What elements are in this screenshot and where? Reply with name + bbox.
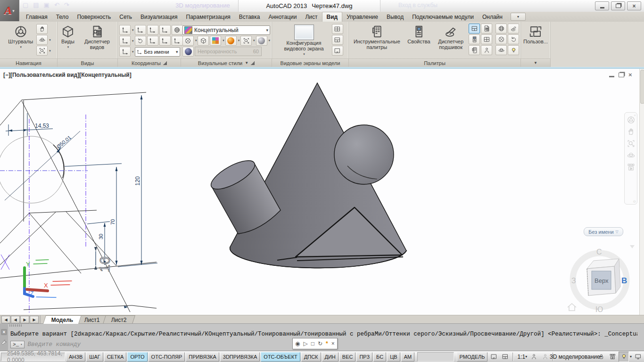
toggle-din[interactable]: ДИН bbox=[322, 352, 339, 362]
ucs-x-dropdown-icon[interactable]: ▾ bbox=[132, 39, 134, 43]
command-input-placeholder[interactable]: Введите команду bbox=[27, 341, 81, 348]
viewcube-menu-arrow-icon[interactable] bbox=[630, 245, 635, 248]
toggle-anzv[interactable]: АНЗВ bbox=[66, 352, 85, 362]
qat-redo-icon[interactable]: ↷ bbox=[64, 1, 69, 8]
tab-vstavka[interactable]: Вставка bbox=[235, 12, 264, 22]
materials-browser-button[interactable] bbox=[495, 24, 507, 33]
ucs-origin-button[interactable] bbox=[147, 36, 158, 46]
ucs-name-combo[interactable]: Без имени ▾ bbox=[135, 47, 180, 57]
user-interface-button[interactable]: Пользов... bbox=[521, 23, 550, 45]
command-prompt-chip[interactable]: >_ ▾ bbox=[10, 341, 25, 348]
toggle-privyazka[interactable]: ПРИВЯЗКА bbox=[186, 352, 219, 362]
qat-undo-icon[interactable]: ↶ bbox=[54, 1, 59, 8]
ucs-previous-button[interactable] bbox=[135, 36, 146, 46]
tab-set[interactable]: Сеть bbox=[115, 12, 136, 22]
panel-navigation-footer[interactable]: Навигация bbox=[0, 58, 57, 67]
status-menu-arrow-icon[interactable]: ▾ bbox=[630, 354, 632, 359]
viewcube-west[interactable]: З bbox=[571, 277, 576, 285]
quick-access-toolbar[interactable]: ▢ ▤ ▣ ↶ ↷ bbox=[23, 1, 69, 8]
toggle-shag[interactable]: ШАГ bbox=[86, 352, 103, 362]
qat-open-icon[interactable]: ▤ bbox=[33, 1, 39, 8]
toggle-ots-polyar[interactable]: ОТС-ПОЛЯР bbox=[149, 352, 185, 362]
ucs-settings-button[interactable] bbox=[159, 25, 171, 35]
orbit-button[interactable] bbox=[36, 35, 48, 45]
ucs-icon-show-button[interactable] bbox=[119, 25, 131, 35]
toggle-orto[interactable]: ОРТО bbox=[127, 352, 147, 362]
tab-vid[interactable]: Вид bbox=[322, 12, 343, 22]
tab-annotatsii[interactable]: Аннотации bbox=[264, 12, 301, 22]
ucs-view-dropdown-icon[interactable]: ▾ bbox=[132, 50, 134, 54]
xray-button[interactable] bbox=[240, 36, 252, 46]
toggle-bs[interactable]: БС bbox=[373, 352, 386, 362]
zoom-extents-button[interactable] bbox=[36, 46, 48, 56]
record-icon[interactable]: ◉ bbox=[295, 340, 300, 347]
first-tab-button[interactable]: ◀ bbox=[1, 316, 10, 323]
panel-expand-icon[interactable]: ▼ bbox=[245, 61, 248, 65]
wireframe-style-button[interactable] bbox=[182, 36, 194, 46]
annotation-scale-button[interactable]: 1:1 ▾ bbox=[515, 352, 528, 362]
3d-model[interactable] bbox=[207, 83, 406, 268]
viewcube-top-label[interactable]: Верх bbox=[594, 277, 609, 284]
panel-coordinates-footer[interactable]: Координаты bbox=[118, 58, 181, 67]
panel-palettes-footer[interactable]: Палитры bbox=[349, 58, 520, 67]
visual-style-combo[interactable]: Концептуальный ▾ bbox=[182, 25, 270, 35]
viewcube-named-view-pill[interactable]: Без имени ▽ bbox=[584, 227, 623, 236]
ucs-named-button[interactable] bbox=[135, 25, 146, 35]
viewport-join-button[interactable] bbox=[332, 35, 343, 45]
panel-user-interface-footer[interactable]: ▼ bbox=[521, 58, 550, 67]
properties-button[interactable]: Свойства bbox=[405, 23, 433, 45]
viewcube-home-icon[interactable] bbox=[568, 304, 576, 311]
markup-button[interactable] bbox=[469, 34, 480, 44]
viewcube-east[interactable]: В bbox=[621, 276, 627, 285]
material-button[interactable] bbox=[256, 36, 267, 46]
fc-drop-icon[interactable]: ▾ bbox=[223, 39, 224, 42]
navigation-bar[interactable]: × ⊖ bbox=[624, 112, 637, 205]
isolate-objects-button[interactable] bbox=[619, 352, 629, 362]
autoscale-button[interactable] bbox=[540, 352, 550, 362]
lights-palette-button[interactable] bbox=[508, 34, 519, 44]
command-wrench-icon[interactable] bbox=[0, 339, 8, 346]
viewport-restore-icon[interactable] bbox=[619, 73, 624, 77]
designcenter-button[interactable] bbox=[481, 45, 492, 55]
viewcube[interactable]: С В Ю З Верх bbox=[568, 245, 635, 313]
stop-icon[interactable]: □ bbox=[311, 340, 314, 347]
sh-drop-icon[interactable]: ▾ bbox=[238, 39, 240, 42]
toggle-am[interactable]: АМ bbox=[401, 352, 415, 362]
signin-link[interactable]: Вход в службы bbox=[398, 2, 438, 8]
navbar-showmotion-icon[interactable] bbox=[627, 163, 636, 172]
viewcube-north[interactable]: С bbox=[596, 248, 602, 256]
navbar-zoom-icon[interactable] bbox=[627, 139, 636, 148]
prev-tab-button[interactable]: ◀ bbox=[11, 316, 20, 323]
loop-icon[interactable]: ↻ bbox=[318, 340, 322, 347]
qat-save-icon[interactable]: ▣ bbox=[44, 1, 50, 8]
restore-button[interactable] bbox=[611, 1, 625, 10]
panel-launcher-icon[interactable] bbox=[251, 61, 255, 65]
tool-palettes-button[interactable]: Инструментальные палитры bbox=[350, 23, 404, 50]
next-tab-button[interactable]: ▶ bbox=[20, 316, 29, 323]
render-palette-button[interactable] bbox=[495, 34, 507, 44]
face-color-button[interactable] bbox=[210, 36, 221, 46]
ribbon-collapse-button[interactable]: ▾ bbox=[511, 13, 526, 21]
ucs-view-button[interactable] bbox=[119, 47, 131, 57]
toggle-tsv[interactable]: ЦВ bbox=[387, 352, 400, 362]
sheetset-manager-button[interactable]: Диспетчер подшивок bbox=[434, 23, 467, 50]
ucs-show-dropdown-icon[interactable]: ▾ bbox=[132, 28, 134, 32]
play-icon[interactable]: ▷ bbox=[303, 340, 307, 347]
opacity-toggle-button[interactable] bbox=[182, 47, 194, 57]
views-button[interactable]: Виды ▾ bbox=[59, 23, 77, 50]
app-menu-button[interactable]: A ▾ bbox=[0, 0, 19, 21]
visual-styles-palette-button[interactable] bbox=[508, 24, 519, 33]
toggle-setka[interactable]: СЕТКА bbox=[104, 352, 127, 362]
panel-views-footer[interactable]: Виды bbox=[58, 58, 117, 67]
toolbar-lock-button[interactable] bbox=[596, 352, 606, 362]
toggle-prz[interactable]: ПРЗ bbox=[356, 352, 372, 362]
shading-button[interactable] bbox=[225, 36, 237, 46]
navbar-collapse-icon[interactable]: ⊖ bbox=[633, 199, 636, 204]
toggle-dpsk[interactable]: ДПСК bbox=[301, 352, 321, 362]
tab-model[interactable]: Модель bbox=[43, 315, 82, 324]
qat-new-icon[interactable]: ▢ bbox=[23, 1, 28, 8]
command-close-icon[interactable]: × bbox=[1, 329, 7, 335]
navbar-pan-icon[interactable] bbox=[627, 127, 636, 136]
tab-list2[interactable]: Лист2 bbox=[103, 315, 135, 324]
tab-vizualizatsiya[interactable]: Визуализация bbox=[136, 12, 182, 22]
